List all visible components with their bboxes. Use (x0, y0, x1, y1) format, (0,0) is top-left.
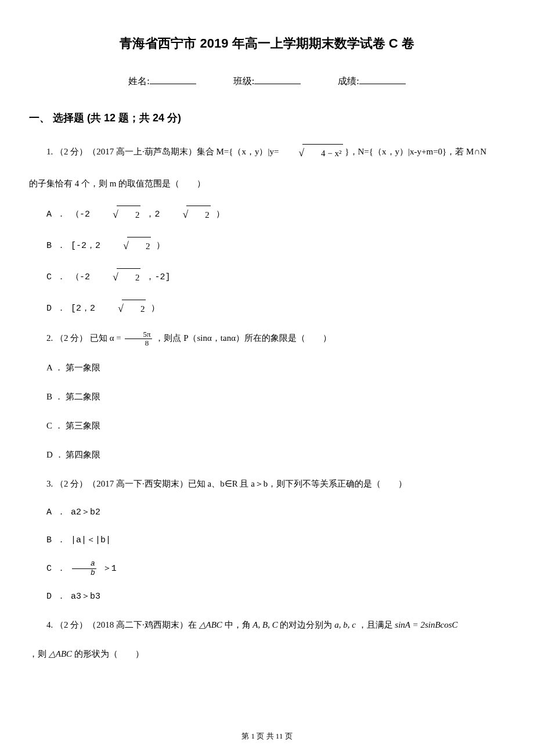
q1-d-1: D ． [2，2 (46, 304, 100, 314)
q1-d-r: 2 (122, 300, 146, 318)
q1-a-1: A ． （‑2 (46, 210, 95, 219)
q1-c-r: 2 (117, 268, 141, 286)
score-blank (359, 84, 406, 84)
sqrt-icon: √2 (165, 204, 210, 225)
q1-b-1: B ． [‑2，2 (46, 241, 106, 251)
sqrt-icon: √2 (100, 298, 146, 319)
q2-d: D ． 第四象限 (46, 450, 100, 459)
q1-a-r: 2 (117, 206, 141, 224)
question-2-stem: 2. （2 分） 已知 α = 5π8 ，则点 P（sinα，tanα）所在的象… (29, 329, 505, 347)
q2-text-a: 2. （2 分） 已知 α = (46, 333, 124, 343)
q4-e: ，则 (29, 649, 49, 658)
q3-option-b: B ． |a|＜|b| (29, 532, 505, 549)
q2-num: 5π (125, 330, 152, 339)
question-1-stem: 1. （2 分）（2017 高一上·葫芦岛期末）集合 M={（x，y）|y= √… (29, 142, 505, 163)
q1-option-b: B ． [‑2，2 √2 ） (29, 235, 505, 256)
question-4-stem-2: ，则 △ABC 的形状为（ ） (29, 645, 505, 663)
q3-option-d: D ． a3＞b3 (29, 588, 505, 606)
q2-b: B ． 第二象限 (46, 392, 100, 401)
q2-option-d: D ． 第四象限 (29, 446, 505, 465)
angles-abc: A, B, C (252, 620, 277, 629)
sqrt-icon: √4 − x² (281, 142, 342, 163)
name-label: 姓名: (128, 76, 149, 86)
q1-a-2: ，2 (140, 210, 165, 219)
q1-text-a: 1. （2 分）（2017 高一上·葫芦岛期末）集合 M={（x，y）|y= (46, 147, 281, 156)
q3-option-c: C ． ab ＞1 (29, 560, 505, 578)
fraction-icon: 5π8 (125, 330, 152, 348)
q3-c-2: ＞1 (98, 564, 117, 574)
section-header: 一、 选择题 (共 12 题；共 24 分) (29, 111, 505, 125)
q2-den: 8 (125, 339, 152, 347)
triangle-abc-2: △ABC (49, 649, 72, 658)
student-info-line: 姓名: 班级: 成绩: (29, 75, 505, 88)
q1-b-r: 2 (127, 237, 151, 255)
equation: sinA = 2sinBcosC (395, 620, 457, 629)
q1-a-r2: 2 (186, 206, 211, 224)
q2-c: C ． 第三象限 (46, 421, 100, 430)
q1-a-3: ） (211, 210, 225, 219)
q1-option-c: C ． （‑2 √2 ，‑2] (29, 267, 505, 287)
page-title: 青海省西宁市 2019 年高一上学期期末数学试卷 C 卷 (29, 35, 505, 52)
q3-c-den: b (72, 569, 96, 577)
class-blank (254, 84, 301, 84)
class-field: 班级: (233, 75, 301, 88)
question-3-stem: 3. （2 分）（2017 高一下·西安期末）已知 a、b∈R 且 a＞b，则下… (29, 475, 505, 492)
question-1-stem-2: 的子集恰有 4 个，则 m 的取值范围是（ ） (29, 175, 505, 192)
sqrt-icon: √2 (95, 204, 140, 225)
q1-text-b: }，N={（x，y）|x‑y+m=0}，若 M∩N (343, 147, 486, 156)
q3-option-a: A ． a2＞b2 (29, 504, 505, 521)
q4-a: 4. （2 分）（2018 高二下·鸡西期末）在 (46, 620, 199, 629)
q2-text-b: ，则点 P（sinα，tanα）所在的象限是（ ） (153, 333, 331, 343)
q2-option-a: A ． 第一象限 (29, 359, 505, 377)
q3-c-num: a (72, 560, 96, 568)
name-blank (150, 84, 196, 84)
q3-c-1: C ． (46, 564, 71, 574)
q2-a: A ． 第一象限 (46, 363, 100, 372)
sides-abc: a, b, c (334, 620, 356, 629)
q4-d: ，且满足 (356, 620, 395, 629)
sqrt-icon: √2 (95, 267, 140, 287)
fraction-icon: ab (72, 560, 96, 577)
page-footer: 第 1 页 共 11 页 (0, 731, 534, 741)
q1-c-2: ，‑2] (140, 272, 170, 282)
q1-b-2: ） (151, 241, 165, 251)
q1-option-a: A ． （‑2 √2 ，2 √2 ） (29, 204, 505, 225)
q4-c: 的对边分别为 (278, 620, 335, 629)
q2-option-c: C ． 第三象限 (29, 417, 505, 435)
q4-f: 的形状为（ ） (72, 649, 144, 658)
q4-b: 中，角 (222, 620, 253, 629)
class-label: 班级: (233, 76, 254, 86)
triangle-abc: △ABC (199, 620, 222, 629)
name-field: 姓名: (128, 75, 196, 88)
q2-option-b: B ． 第二象限 (29, 388, 505, 406)
q1-c-1: C ． （‑2 (46, 272, 95, 282)
q1-radicand: 4 − x² (302, 144, 342, 162)
score-field: 成绩: (338, 75, 405, 88)
q1-option-d: D ． [2，2 √2 ） (29, 298, 505, 319)
score-label: 成绩: (338, 76, 359, 86)
sqrt-icon: √2 (106, 235, 151, 256)
q1-d-2: ） (146, 304, 160, 314)
question-4-stem: 4. （2 分）（2018 高二下·鸡西期末）在 △ABC 中，角 A, B, … (29, 616, 505, 633)
